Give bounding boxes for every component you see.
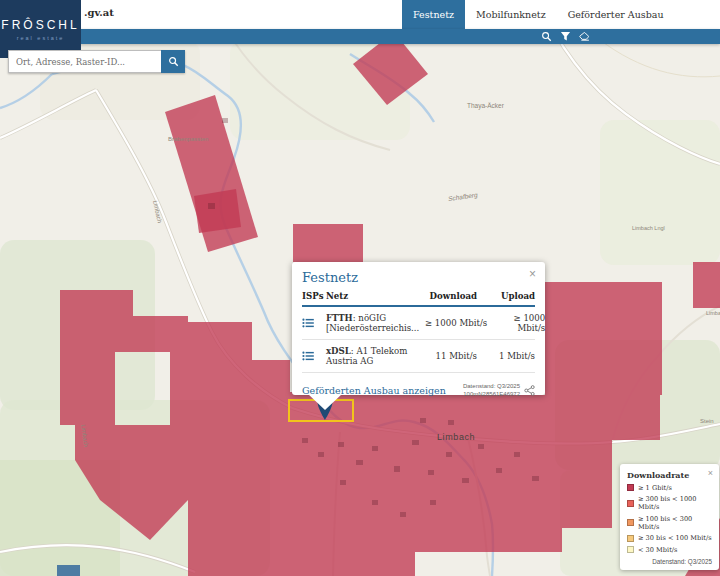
logo-title: FRÔSCHL bbox=[1, 18, 79, 32]
isp-list-icon[interactable] bbox=[302, 351, 315, 361]
nav-tabs: Festnetz Mobilfunknetz Geförderter Ausba… bbox=[402, 0, 675, 29]
legend-swatch bbox=[627, 500, 634, 507]
legend-swatch bbox=[627, 535, 634, 542]
isp-row-xdsl: xDSL: A1 Telekom Austria AG 11 Mbit/s 1 … bbox=[302, 340, 535, 373]
isp-row-ftth: FTTH: nöGIG [Niederösterreichis... ≥ 100… bbox=[302, 307, 535, 340]
isp-download-cell: ≥ 1000 Mbit/s bbox=[419, 318, 487, 328]
isp-upload-cell: 1 Mbit/s bbox=[477, 351, 535, 361]
col-upload: Upload bbox=[477, 291, 535, 301]
search-button-icon bbox=[168, 56, 179, 67]
isp-table: ISPs Netz Download Upload FTTH: nöGIG [N… bbox=[302, 291, 535, 373]
toolbar bbox=[0, 29, 720, 44]
isp-netz-cell: xDSL: A1 Telekom Austria AG bbox=[326, 346, 409, 366]
legend-item: ≥ 100 bis < 300 Mbit/s bbox=[627, 515, 712, 531]
col-netz: Netz bbox=[326, 291, 409, 301]
legend-item: ≥ 30 bis < 100 Mbit/s bbox=[627, 534, 712, 542]
isp-list-icon[interactable] bbox=[302, 318, 315, 328]
legend-title: Downloadrate bbox=[627, 470, 712, 480]
legend-data-status: Datenstand: Q3/2025 bbox=[627, 558, 712, 565]
isp-netz-cell: FTTH: nöGIG [Niederösterreichis... bbox=[326, 313, 419, 333]
popup-tail bbox=[308, 394, 342, 410]
tab-gefoerderter-ausbau[interactable]: Geförderter Ausbau bbox=[557, 0, 675, 29]
map-label-limbach-town: Limbach bbox=[437, 432, 475, 442]
eraser-icon[interactable] bbox=[579, 31, 590, 42]
legend-item-label: ≥ 100 bis < 300 Mbit/s bbox=[638, 515, 712, 531]
close-icon[interactable]: × bbox=[708, 468, 713, 478]
isp-table-header: ISPs Netz Download Upload bbox=[302, 291, 535, 307]
legend-item: ≥ 1 Gbit/s bbox=[627, 484, 712, 492]
legend-swatch bbox=[627, 519, 634, 526]
download-rate-legend: Downloadrate × ≥ 1 Gbit/s ≥ 300 bis < 10… bbox=[620, 464, 719, 570]
isp-download-cell: 11 Mbit/s bbox=[409, 351, 477, 361]
legend-item-label: ≥ 300 bis < 1000 Mbit/s bbox=[638, 495, 712, 511]
festnetz-popup: Festnetz × ISPs Netz Download Upload FTT… bbox=[292, 262, 545, 395]
legend-swatch bbox=[627, 484, 634, 491]
close-icon[interactable]: × bbox=[529, 268, 536, 280]
search-button[interactable] bbox=[161, 50, 185, 73]
map-label-limbach-street-right: Limbach bbox=[706, 310, 720, 316]
isp-upload-cell: ≥ 1000 Mbit/s bbox=[487, 313, 545, 333]
legend-item-label: ≥ 1 Gbit/s bbox=[638, 484, 672, 492]
popup-title: Festnetz bbox=[302, 270, 535, 285]
search-box bbox=[8, 50, 185, 73]
legend-item: < 30 Mbit/s bbox=[627, 546, 712, 554]
domain-text: .gv.at bbox=[84, 7, 114, 18]
tab-festnetz[interactable]: Festnetz bbox=[402, 0, 465, 29]
popup-meta: Datenstand: Q3/2025 100mN28561E46972 bbox=[463, 382, 535, 398]
filter-icon[interactable] bbox=[560, 31, 571, 42]
legend-swatch bbox=[627, 546, 634, 553]
legend-item-label: ≥ 30 bis < 100 Mbit/s bbox=[638, 534, 712, 542]
legend-item-label: < 30 Mbit/s bbox=[638, 546, 677, 554]
legend-item: ≥ 300 bis < 1000 Mbit/s bbox=[627, 495, 712, 511]
col-download: Download bbox=[409, 291, 477, 301]
search-input[interactable] bbox=[8, 50, 161, 73]
header: .gv.at Festnetz Mobilfunknetz Geförderte… bbox=[0, 0, 720, 44]
logo-subtitle: real estate bbox=[17, 35, 65, 41]
data-status: Datenstand: Q3/2025 100mN28561E46972 bbox=[463, 382, 520, 398]
breitbandatlas-app: Brabenpassten Thaya-Äcker Schafberg Limb… bbox=[0, 0, 720, 576]
search-icon[interactable] bbox=[541, 31, 552, 42]
tab-mobilfunknetz[interactable]: Mobilfunknetz bbox=[465, 0, 557, 29]
share-icon[interactable] bbox=[524, 385, 535, 396]
map-label-thaya-aecker: Thaya-Äcker bbox=[467, 102, 504, 109]
col-isps: ISPs bbox=[302, 291, 326, 301]
map-label-stein: Stein bbox=[700, 418, 714, 424]
map-label-field-top-left: Brabenpassten bbox=[168, 136, 208, 142]
map-label-limbach-lngl: Limbach Lngl bbox=[632, 225, 665, 231]
